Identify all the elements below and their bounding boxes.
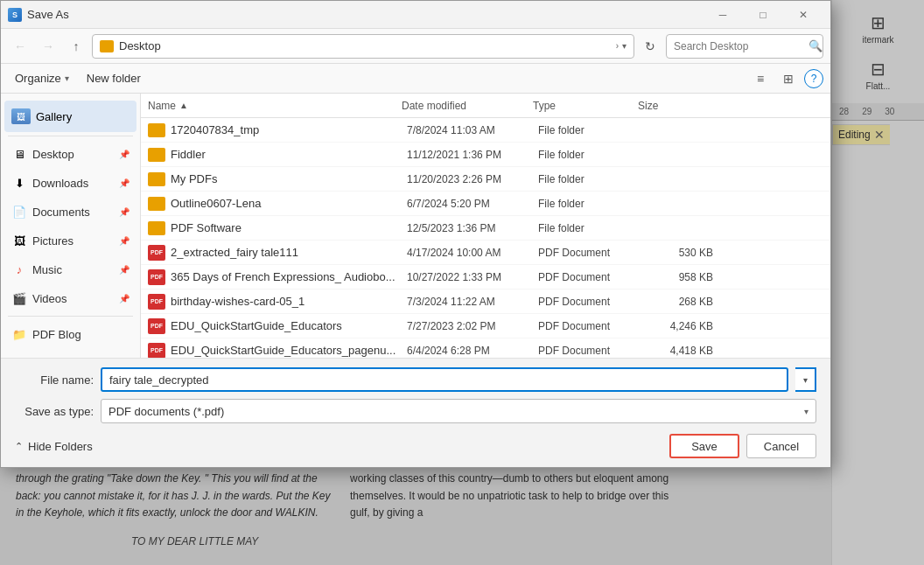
- back-button[interactable]: ←: [8, 34, 32, 59]
- back-icon: ←: [14, 39, 26, 53]
- minimize-button[interactable]: ─: [703, 1, 743, 29]
- sidebar-item-music[interactable]: ♪ Music 📌: [4, 255, 136, 283]
- col-date-header: Date modified: [402, 100, 533, 112]
- file-size: 4,246 KB: [643, 320, 713, 332]
- savetype-select[interactable]: PDF documents (*.pdf) ▾: [101, 399, 816, 423]
- sidebar-gallery-item[interactable]: 🖼 Gallery: [4, 101, 136, 132]
- filename-dropdown-button[interactable]: ▾: [795, 367, 816, 392]
- refresh-button[interactable]: ↻: [638, 34, 662, 59]
- sidebar-item-extra[interactable]: ─ ─: [4, 349, 136, 358]
- file-type: File folder: [538, 124, 643, 136]
- table-row[interactable]: Outline0607-Lena 6/7/2024 5:20 PM File f…: [141, 192, 830, 216]
- table-row[interactable]: PDF birthday-wishes-card-05_1 7/3/2024 1…: [141, 289, 830, 314]
- sidebar-item-downloads[interactable]: ⬇ Downloads 📌: [4, 169, 136, 197]
- file-name: Outline0607-Lena: [171, 197, 407, 210]
- downloads-pin-icon: 📌: [119, 178, 130, 188]
- savetype-arrow-icon: ▾: [804, 407, 808, 416]
- music-icon: ♪: [11, 262, 27, 276]
- dialog-toolbar: Organize ▾ New folder ≡ ⊞ ?: [1, 64, 830, 94]
- file-type: PDF Document: [538, 247, 643, 259]
- sidebar-pdfblog-label: PDF Blog: [32, 328, 130, 341]
- forward-button[interactable]: →: [36, 34, 60, 59]
- file-date: 7/8/2024 11:03 AM: [407, 124, 538, 136]
- file-date: 7/3/2024 11:22 AM: [407, 296, 538, 308]
- table-row[interactable]: 1720407834_tmp 7/8/2024 11:03 AM File fo…: [141, 118, 830, 143]
- organize-label: Organize: [15, 72, 61, 85]
- save-button[interactable]: Save: [669, 434, 739, 458]
- col-name-label: Name: [148, 100, 176, 112]
- file-size: 4,418 KB: [643, 345, 713, 357]
- file-date: 12/5/2023 1:36 PM: [407, 222, 538, 234]
- sidebar-item-pictures[interactable]: 🖼 Pictures 📌: [4, 227, 136, 255]
- col-name-header: Name ▲: [148, 100, 402, 112]
- address-bar-row: ← → ↑ Desktop › ▾ ↻ 🔍: [1, 29, 830, 64]
- up-button[interactable]: ↑: [64, 34, 88, 59]
- pdf-icon: PDF: [148, 294, 165, 310]
- help-button[interactable]: ?: [804, 69, 823, 88]
- file-name: 1720407834_tmp: [171, 123, 407, 136]
- dialog-bottom: File name: ▾ Save as type: PDF documents…: [1, 358, 830, 467]
- sidebar-separator-2: [8, 316, 133, 317]
- sidebar-item-documents[interactable]: 📄 Documents 📌: [4, 198, 136, 226]
- documents-icon: 📄: [11, 205, 27, 219]
- hide-folders-row[interactable]: ⌃ Hide Folders: [15, 438, 93, 455]
- table-row[interactable]: My PDFs 11/20/2023 2:26 PM File folder: [141, 167, 830, 192]
- pdf-icon: PDF: [148, 318, 165, 334]
- sort-arrow-icon: ▲: [179, 101, 188, 110]
- file-size: 958 KB: [643, 271, 713, 283]
- file-name: 2_extracted_fairy tale111: [171, 246, 407, 259]
- file-type: PDF Document: [538, 345, 643, 357]
- file-size: 268 KB: [643, 296, 713, 308]
- save-as-dialog: S Save As ─ □ ✕ ← → ↑ Desktop ›: [0, 0, 831, 468]
- window-controls: ─ □ ✕: [703, 1, 823, 29]
- col-size-header: Size: [638, 100, 708, 112]
- table-row[interactable]: PDF 2_extracted_fairy tale111 4/17/2024 …: [141, 241, 830, 265]
- up-icon: ↑: [74, 39, 80, 53]
- file-date: 11/12/2021 1:36 PM: [407, 149, 538, 161]
- sidebar-item-pdfblog[interactable]: 📁 PDF Blog: [4, 320, 136, 348]
- hide-folders-label: Hide Folders: [28, 440, 93, 453]
- col-date-label: Date modified: [402, 100, 466, 112]
- table-row[interactable]: PDF Software 12/5/2023 1:36 PM File fold…: [141, 216, 830, 241]
- file-type: PDF Document: [538, 320, 643, 332]
- organize-button[interactable]: Organize ▾: [8, 67, 76, 90]
- savetype-value: PDF documents (*.pdf): [108, 405, 801, 418]
- filename-row: File name: ▾: [15, 367, 816, 392]
- table-row[interactable]: PDF EDU_QuickStartGuide_Educators_pagenu…: [141, 338, 830, 358]
- pdf-icon: PDF: [148, 269, 165, 285]
- folder-icon: [148, 197, 165, 211]
- sidebar-item-desktop[interactable]: 🖥 Desktop 📌: [4, 140, 136, 168]
- file-list[interactable]: Name ▲ Date modified Type Size 172040783…: [141, 94, 830, 358]
- maximize-button[interactable]: □: [743, 1, 783, 29]
- sidebar-documents-label: Documents: [32, 206, 114, 219]
- minimize-icon: ─: [719, 9, 727, 21]
- folder-icon: [148, 148, 165, 162]
- address-bar[interactable]: Desktop › ▾: [92, 34, 634, 59]
- table-row[interactable]: PDF EDU_QuickStartGuide_Educators 7/27/2…: [141, 314, 830, 338]
- table-row[interactable]: PDF 365 Days of French Expressions_ Audi…: [141, 265, 830, 289]
- view-options-button[interactable]: ⊞: [776, 66, 801, 91]
- pictures-icon: 🖼: [11, 234, 27, 248]
- close-icon: ✕: [799, 9, 808, 21]
- sidebar-item-videos[interactable]: 🎬 Videos 📌: [4, 284, 136, 312]
- table-row[interactable]: Fiddler 11/12/2021 1:36 PM File folder: [141, 143, 830, 167]
- file-type: File folder: [538, 198, 643, 210]
- cancel-button[interactable]: Cancel: [746, 434, 816, 458]
- file-name: birthday-wishes-card-05_1: [171, 295, 407, 308]
- new-folder-button[interactable]: New folder: [80, 67, 148, 90]
- close-button[interactable]: ✕: [783, 1, 823, 29]
- file-date: 11/20/2023 2:26 PM: [407, 173, 538, 185]
- sidebar-desktop-label: Desktop: [32, 148, 114, 161]
- file-size: 530 KB: [643, 247, 713, 259]
- search-bar[interactable]: 🔍: [666, 34, 823, 59]
- view-list-button[interactable]: ≡: [748, 66, 773, 91]
- col-type-label: Type: [533, 100, 556, 112]
- dialog-buttons: Save Cancel: [669, 434, 816, 458]
- file-date: 6/7/2024 5:20 PM: [407, 198, 538, 210]
- sidebar-videos-label: Videos: [32, 292, 114, 305]
- filename-input[interactable]: [101, 367, 788, 392]
- search-input[interactable]: [674, 40, 805, 52]
- sidebar-pictures-label: Pictures: [32, 234, 114, 248]
- folder-icon: [148, 221, 165, 235]
- pictures-pin-icon: 📌: [119, 236, 130, 246]
